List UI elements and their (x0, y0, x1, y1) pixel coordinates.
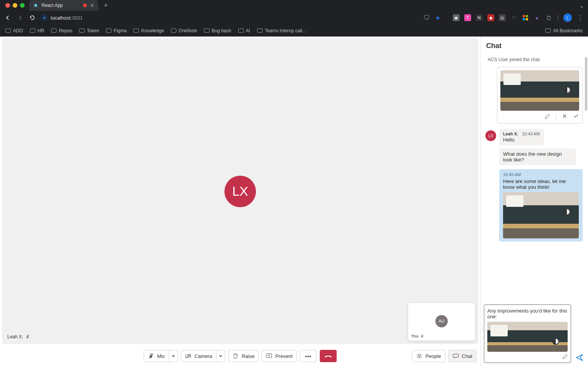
participant-avatar: LX (224, 176, 256, 207)
sender-name: Leah X. (503, 131, 518, 136)
self-avatar: AU (435, 315, 448, 327)
people-icon (416, 353, 422, 359)
chat-message-self: 10:45 AM Here are some ideas, let me kno… (499, 169, 583, 241)
recording-indicator-icon (83, 3, 87, 7)
mic-muted-icon (25, 334, 30, 339)
compose-text: Any improvements you'd like for this one… (487, 308, 568, 319)
extensions-menu-icon[interactable] (545, 15, 553, 21)
message-time: 10:45 AM (503, 172, 579, 177)
compose-area: Any improvements you'd like for this one… (481, 301, 588, 366)
chat-header: Chat (481, 37, 588, 54)
chat-message: What does the new design look like? (499, 148, 576, 165)
extension-icon[interactable]: ◎ (499, 14, 506, 21)
browser-menu-icon[interactable]: ⋮ (576, 14, 584, 22)
mic-muted-icon (420, 334, 424, 338)
send-button[interactable] (574, 352, 585, 363)
new-tab-button[interactable]: + (101, 2, 111, 10)
camera-off-icon (185, 353, 191, 359)
camera-options-button[interactable] (216, 350, 225, 362)
close-window-icon[interactable] (5, 3, 10, 8)
chat-button[interactable]: Chat (448, 350, 477, 362)
kitchen-image-attachment[interactable] (487, 322, 568, 352)
call-controls: Mic Camera Raise Present ••• People (0, 346, 480, 366)
svg-rect-2 (526, 15, 528, 17)
bookmark-folder[interactable]: Token (79, 28, 99, 33)
window-controls (3, 3, 27, 8)
bookmark-folder[interactable]: Repos (51, 28, 72, 33)
svg-point-12 (420, 354, 421, 356)
hangup-button[interactable] (320, 350, 337, 362)
toolbar-right: ★ ◉ T N ◆ ◎ ♡ ▲ | L ⋮ (423, 13, 584, 22)
extension-icon[interactable]: N (476, 14, 483, 21)
bookmark-folder[interactable]: Bug bash (204, 28, 231, 33)
bookmark-star-icon[interactable]: ★ (435, 14, 440, 22)
edit-icon[interactable] (562, 354, 568, 359)
svg-rect-3 (523, 18, 525, 20)
kitchen-image[interactable] (503, 192, 579, 238)
message-input[interactable]: Any improvements you'd like for this one… (484, 304, 571, 363)
extension-icon[interactable]: ◉ (453, 14, 460, 21)
remove-attachment-icon[interactable] (561, 114, 568, 120)
system-message: ACS User joined the chat. (485, 54, 586, 67)
message-time: 10:43 AM (522, 131, 540, 136)
browser-chrome: React App ✕ + ⌄ ⚛ localhost:3001 ★ ◉ T N… (0, 0, 588, 37)
present-button[interactable]: Present (262, 350, 297, 362)
bookmark-folder[interactable]: HR (30, 28, 44, 33)
browser-tab[interactable]: React App ✕ (29, 0, 98, 11)
more-options-button[interactable]: ••• (300, 350, 317, 362)
back-button[interactable] (4, 15, 12, 21)
people-button[interactable]: People (412, 350, 445, 362)
bookmark-folder[interactable]: ADO (5, 28, 23, 33)
svg-rect-0 (424, 15, 429, 19)
present-icon (266, 353, 272, 359)
message-text: Hello (503, 137, 540, 143)
extension-icon[interactable]: ▲ (533, 14, 540, 21)
bookmark-folder[interactable]: OneNote (171, 28, 197, 33)
extension-icon[interactable]: ♡ (510, 14, 517, 21)
edit-attachment-icon[interactable] (544, 114, 550, 120)
self-view[interactable]: AU You (408, 303, 475, 341)
raise-hand-button[interactable]: Raise (228, 350, 259, 362)
address-bar[interactable]: ⚛ localhost:3001 (41, 14, 83, 21)
mic-options-button[interactable] (169, 350, 178, 362)
hangup-icon (324, 353, 332, 359)
extension-icon[interactable]: ◆ (487, 14, 494, 21)
kitchen-image[interactable] (500, 70, 579, 111)
image-attachment-card (497, 67, 583, 123)
url-host: localhost:3001 (51, 15, 83, 21)
message-text: Here are some ideas, let me know what yo… (503, 178, 579, 190)
forward-button[interactable] (16, 15, 24, 21)
svg-point-11 (417, 354, 419, 356)
app: LX Leah X. AU You Mic Camera (0, 37, 588, 366)
minimize-window-icon[interactable] (13, 3, 17, 8)
bookmark-folder[interactable]: AI (238, 28, 250, 33)
bookmark-folder[interactable]: Figma (106, 28, 126, 33)
scrollbar[interactable] (585, 54, 587, 301)
install-app-icon[interactable] (423, 15, 430, 21)
message-text: What does the new design look like? (503, 151, 572, 163)
profile-avatar[interactable]: L (563, 13, 572, 22)
site-info-icon[interactable]: ⚛ (41, 14, 48, 21)
confirm-attachment-icon[interactable] (573, 114, 579, 120)
react-icon (33, 3, 38, 8)
send-icon (576, 354, 583, 361)
bookmark-folder[interactable]: Knowledge (133, 28, 164, 33)
tabs-dropdown-icon[interactable]: ⌄ (579, 2, 588, 9)
chat-messages[interactable]: ACS User joined the chat. LX Leah X.10:4… (481, 54, 588, 301)
svg-rect-4 (526, 18, 528, 20)
tab-bar: React App ✕ + ⌄ (0, 0, 588, 11)
raise-hand-icon (233, 353, 239, 359)
chat-icon (453, 353, 459, 359)
extension-icon[interactable] (522, 14, 529, 21)
svg-rect-1 (523, 15, 525, 17)
bookmarks-bar: ADO HR Repos Token Figma Knowledge OneNo… (0, 25, 588, 37)
all-bookmarks[interactable]: All Bookmarks (545, 28, 583, 33)
close-tab-icon[interactable]: ✕ (90, 2, 95, 8)
extension-icon[interactable]: T (464, 14, 471, 21)
bookmark-folder[interactable]: Teams Interop call... (257, 28, 306, 33)
reload-button[interactable] (28, 15, 36, 21)
address-bar-row: ⚛ localhost:3001 ★ ◉ T N ◆ ◎ ♡ ▲ | L ⋮ (0, 11, 588, 25)
mic-button[interactable]: Mic (144, 350, 178, 362)
camera-button[interactable]: Camera (181, 350, 225, 362)
maximize-window-icon[interactable] (20, 3, 25, 8)
